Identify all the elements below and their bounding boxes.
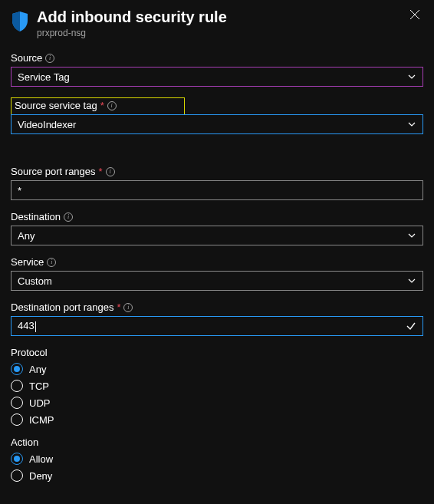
check-icon (406, 321, 416, 331)
service-select[interactable]: Custom (11, 271, 423, 291)
info-icon[interactable]: i (107, 101, 117, 110)
service-label: Service (11, 256, 44, 268)
chevron-down-icon (407, 276, 416, 285)
radio-icon (11, 453, 23, 465)
info-icon[interactable]: i (106, 167, 115, 176)
close-button[interactable] (406, 8, 423, 25)
add-inbound-rule-panel: Add inbound security rule prxprod-nsg So… (0, 0, 434, 503)
action-group: Action Allow Deny (11, 436, 423, 482)
destination-field: Destination i Any (11, 211, 423, 245)
destination-port-ranges-label: Destination port ranges (11, 301, 113, 313)
destination-port-ranges-input[interactable]: 443 (11, 316, 423, 336)
source-port-ranges-field: Source port ranges * i * (11, 166, 423, 200)
info-icon[interactable]: i (45, 54, 54, 63)
close-icon (409, 9, 420, 20)
source-label: Source (11, 52, 42, 64)
destination-select[interactable]: Any (11, 226, 423, 245)
source-value: Service Tag (18, 71, 70, 83)
info-icon[interactable]: i (47, 258, 56, 267)
source-field: Source i Service Tag (11, 52, 423, 87)
panel-header: Add inbound security rule prxprod-nsg (11, 8, 423, 38)
action-label: Action (11, 436, 423, 448)
protocol-option-label: Any (29, 364, 46, 375)
info-icon[interactable]: i (64, 212, 73, 222)
radio-icon (11, 363, 23, 375)
protocol-option-icmp[interactable]: ICMP (11, 413, 423, 426)
protocol-group: Protocol Any TCP UDP ICMP (11, 347, 423, 426)
radio-icon (11, 413, 23, 426)
source-port-ranges-input[interactable]: * (11, 180, 423, 200)
protocol-option-label: ICMP (29, 414, 54, 426)
source-service-tag-label: Source service tag (15, 100, 97, 111)
panel-title: Add inbound security rule (37, 8, 399, 26)
protocol-option-tcp[interactable]: TCP (11, 380, 423, 392)
source-port-ranges-value: * (18, 185, 21, 196)
destination-port-ranges-value: 443 (18, 320, 35, 331)
protocol-option-any[interactable]: Any (11, 363, 423, 375)
info-icon[interactable]: i (123, 303, 133, 312)
panel-subtitle: prxprod-nsg (37, 28, 399, 38)
protocol-label: Protocol (11, 347, 423, 358)
chevron-down-icon (407, 231, 416, 240)
protocol-option-udp[interactable]: UDP (11, 397, 423, 409)
radio-icon (11, 469, 23, 482)
action-option-label: Allow (29, 453, 53, 465)
chevron-down-icon (407, 120, 416, 129)
action-option-label: Deny (29, 470, 52, 482)
required-marker: * (100, 100, 104, 111)
source-port-ranges-label: Source port ranges (11, 166, 96, 177)
radio-icon (11, 380, 23, 392)
source-select[interactable]: Service Tag (11, 67, 423, 87)
required-marker: * (117, 301, 120, 313)
shield-icon (11, 11, 29, 32)
protocol-option-label: UDP (29, 397, 50, 409)
destination-value: Any (18, 230, 35, 242)
service-value: Custom (18, 275, 52, 287)
source-service-tag-select[interactable]: VideoIndexer (11, 114, 423, 134)
destination-port-ranges-field: Destination port ranges * i 443 (11, 301, 423, 336)
radio-icon (11, 397, 23, 409)
service-field: Service i Custom (11, 256, 423, 291)
required-marker: * (99, 166, 103, 177)
chevron-down-icon (407, 72, 416, 81)
text-cursor (35, 321, 36, 332)
protocol-option-label: TCP (29, 380, 49, 392)
destination-label: Destination (11, 211, 61, 222)
source-service-tag-value: VideoIndexer (18, 119, 76, 130)
action-option-allow[interactable]: Allow (11, 453, 423, 465)
action-option-deny[interactable]: Deny (11, 469, 423, 482)
source-service-tag-field: Source service tag * i VideoIndexer (11, 97, 423, 155)
